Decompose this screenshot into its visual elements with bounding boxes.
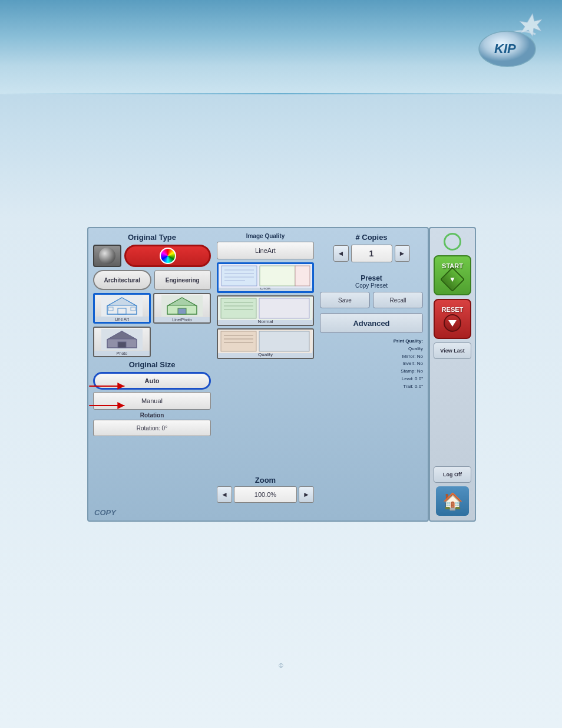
home-icon: 🏠 <box>442 492 463 511</box>
preset-subtitle: Copy Preset <box>320 282 423 289</box>
zoom-section: Zoom ◄ 100.0% ► <box>217 476 314 503</box>
copies-decrease-button[interactable]: ◄ <box>333 245 349 262</box>
view-last-button[interactable]: View Last <box>434 342 471 359</box>
linephoto-thumb-label: Line/Photo <box>154 317 210 322</box>
color-button[interactable] <box>124 245 211 267</box>
advanced-button[interactable]: Advanced <box>320 313 423 333</box>
svg-rect-18 <box>222 266 257 286</box>
photo-thumb-button[interactable]: Photo <box>93 327 151 357</box>
svg-rect-24 <box>295 266 310 286</box>
rotation-label: Rotation <box>93 412 211 419</box>
invert-value: Invert: No <box>402 361 423 366</box>
photo-thumb-image <box>94 328 150 351</box>
print-quality-header: Print Quality: <box>394 338 423 344</box>
svg-rect-23 <box>260 266 295 286</box>
bw-sphere-icon <box>99 248 115 264</box>
engineering-button[interactable]: Engineering <box>154 270 211 290</box>
color-wheel-icon <box>160 248 176 264</box>
zoom-decrease-button[interactable]: ◄ <box>217 486 232 503</box>
save-button[interactable]: Save <box>320 292 370 308</box>
architectural-button[interactable]: Architectural <box>93 270 151 290</box>
svg-rect-26 <box>221 298 256 318</box>
copies-row: ◄ 1 ► <box>320 245 423 262</box>
recall-button[interactable]: Recall <box>373 292 423 308</box>
copies-increase-button[interactable]: ► <box>395 245 410 262</box>
right-sidebar: START ▼ RESET View Last Log Off 🏠 <box>429 227 476 522</box>
reset-label: RESET <box>442 306 464 313</box>
original-size-title: Original Size <box>93 360 211 369</box>
panel-center: Image Quality LineArt Draft <box>217 233 314 361</box>
preset-row: Save Recall <box>320 292 423 308</box>
svg-rect-16 <box>118 342 126 348</box>
quality-quality-button[interactable]: Quality <box>217 328 314 359</box>
linephoto-thumb-button[interactable]: Line/Photo <box>153 293 211 324</box>
header-bar: KIP <box>0 0 562 94</box>
rotation-value: Rotation: 0° <box>93 420 211 436</box>
thumbnail-grid: Line Art Line/Photo <box>93 293 211 324</box>
red-arrow-1 <box>87 380 134 392</box>
svg-rect-32 <box>221 331 256 351</box>
copy-label: COPY <box>94 508 116 517</box>
original-type-row <box>93 245 211 267</box>
mirror-value: Mirror: No <box>402 354 423 359</box>
original-size-section: Original Size Auto Manual Rotation Rotat… <box>93 360 211 436</box>
svg-text:KIP: KIP <box>494 41 516 56</box>
status-indicator <box>444 233 461 251</box>
kip-logo: KIP <box>477 11 547 70</box>
copies-value: 1 <box>351 245 392 262</box>
copies-title: # Copies <box>320 233 423 242</box>
copies-section: # Copies ◄ 1 ► <box>320 233 423 262</box>
print-quality-value: Quality <box>408 346 423 351</box>
lead-value: Lead: 0.0" <box>402 376 423 381</box>
print-quality-label: Print Quality: Quality Mirror: No Invert… <box>320 338 423 391</box>
stamp-value: Stamp: No <box>401 368 423 374</box>
lineart-thumb-label: Line Art <box>95 317 149 322</box>
lineart-quality-button[interactable]: LineArt <box>217 242 314 259</box>
copyright: © <box>279 663 283 669</box>
lineart-thumb-image <box>95 295 149 317</box>
arch-eng-row: Architectural Engineering <box>93 270 211 290</box>
start-play-icon: ▼ <box>449 275 456 284</box>
preset-section: Preset Copy Preset Save Recall <box>320 274 423 308</box>
linephoto-thumb-image <box>154 294 210 317</box>
svg-rect-12 <box>178 308 186 314</box>
normal-quality-button[interactable]: Normal <box>217 295 314 326</box>
reset-circle-icon <box>444 314 461 332</box>
print-quality-section: Print Quality: Quality Mirror: No Invert… <box>320 338 423 391</box>
log-off-button[interactable]: Log Off <box>434 466 471 483</box>
reset-button[interactable]: RESET <box>434 299 471 339</box>
start-diamond-icon: ▼ <box>440 267 465 292</box>
zoom-row: ◄ 100.0% ► <box>217 486 314 503</box>
trail-value: Trail: 0.0" <box>403 384 423 389</box>
svg-rect-36 <box>259 331 309 351</box>
svg-rect-30 <box>259 298 309 318</box>
original-type-title: Original Type <box>93 233 211 242</box>
zoom-title: Zoom <box>217 476 314 485</box>
copy-panel: Original Type Architectural Engineering <box>87 227 429 522</box>
zoom-increase-button[interactable]: ► <box>299 486 314 503</box>
home-button[interactable]: 🏠 <box>436 486 469 516</box>
photo-thumb-label: Photo <box>94 351 150 356</box>
image-quality-label: Image Quality <box>217 233 314 239</box>
lineart-thumb-button[interactable]: Line Art <box>93 293 151 324</box>
preset-title: Preset <box>320 274 423 282</box>
start-button[interactable]: START ▼ <box>434 255 471 295</box>
draft-quality-button[interactable]: Draft <box>217 262 314 293</box>
bw-button[interactable] <box>93 245 121 267</box>
reset-triangle-icon <box>448 320 457 327</box>
red-arrow-2 <box>87 400 134 411</box>
zoom-value: 100.0% <box>234 486 297 503</box>
panel-right: # Copies ◄ 1 ► Preset Copy Preset Save R… <box>320 233 423 391</box>
